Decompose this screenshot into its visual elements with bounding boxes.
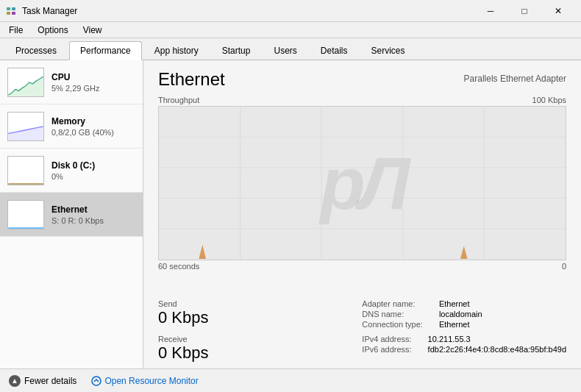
menu-bar: File Options View [0,22,581,38]
tab-performance[interactable]: Performance [69,41,142,60]
window-title: Task Manager [22,6,77,16]
window-controls: ─ □ ✕ [474,0,575,22]
svg-marker-5 [8,126,43,140]
time-label: 60 seconds [158,262,199,271]
receive-value: 0 Kbps [158,343,354,363]
detail-adapter: Parallels Ethernet Adapter [464,74,566,84]
cpu-thumbnail [7,68,44,97]
sidebar: CPU 5% 2,29 GHz Memory 0,8/2,0 GB (40%) [0,60,143,368]
tab-apphistory[interactable]: App history [143,40,210,60]
detail-panel: Ethernet Parallels Ethernet Adapter Thro… [143,60,581,368]
svg-rect-3 [12,12,15,15]
cpu-stat: 5% 2,29 GHz [51,84,135,93]
tab-processes[interactable]: Processes [4,40,68,60]
open-resource-monitor-label: Open Resource Monitor [104,376,198,386]
ipv4-value: 10.211.55.3 [428,335,566,343]
main-content: CPU 5% 2,29 GHz Memory 0,8/2,0 GB (40%) [0,60,581,368]
cpu-label: CPU [51,72,135,82]
sidebar-item-cpu[interactable]: CPU 5% 2,29 GHz [0,60,143,104]
receive-label: Receive [158,335,354,343]
ethernet-stat: S: 0 R: 0 Kbps [51,216,135,225]
graph-area: Throughput 100 Kbps рЛ [158,96,566,291]
graph-labels-top: Throughput 100 Kbps [158,96,566,104]
svg-rect-1 [12,7,15,10]
svg-marker-15 [199,245,206,260]
title-bar-left: Task Manager [6,5,77,17]
zero-label: 0 [562,262,566,271]
sidebar-item-disk[interactable]: Disk 0 (C:) 0% [0,149,143,193]
sidebar-item-ethernet[interactable]: Ethernet S: 0 R: 0 Kbps [0,193,143,237]
send-block: Send 0 Kbps [158,296,354,332]
memory-thumbnail [7,112,44,141]
svg-marker-16 [460,246,468,260]
ipv6-label: IPv6 address: [362,345,420,354]
ip-info-block: IPv4 address: 10.211.55.3 IPv6 address: … [354,332,566,366]
ipv4-label: IPv4 address: [362,335,420,343]
tab-startup[interactable]: Startup [211,40,262,60]
taskmanager-icon [6,5,18,17]
dns-name-value: localdomain [439,310,566,318]
memory-info: Memory 0,8/2,0 GB (40%) [51,116,135,137]
memory-label: Memory [51,116,135,126]
tab-details[interactable]: Details [310,40,359,60]
fewer-details-label: Fewer details [24,376,76,386]
send-label: Send [158,299,354,308]
title-bar: Task Manager ─ □ ✕ [0,0,581,22]
sidebar-item-memory[interactable]: Memory 0,8/2,0 GB (40%) [0,104,143,149]
ethernet-info: Ethernet S: 0 R: 0 Kbps [51,204,135,225]
tab-users[interactable]: Users [263,40,307,60]
detail-title-block: Ethernet [158,69,225,90]
svg-rect-6 [8,201,43,229]
ipv6-value: fdb2:2c26:f4e4:0:8cd8:e48a:95bf:b49d [428,345,566,354]
svg-rect-2 [7,12,10,15]
info-right-block: Adapter name: Ethernet DNS name: localdo… [354,296,566,332]
send-value: 0 Kbps [158,308,354,327]
tab-services[interactable]: Services [360,40,416,60]
open-resource-monitor-link[interactable]: Open Resource Monitor [91,376,198,386]
memory-stat: 0,8/2,0 GB (40%) [51,128,135,137]
disk-label: Disk 0 (C:) [51,160,135,171]
menu-view[interactable]: View [77,24,108,37]
info-grid: Adapter name: Ethernet DNS name: localdo… [362,299,566,329]
adapter-name-value: Ethernet [439,299,566,308]
close-button[interactable]: ✕ [541,0,575,22]
disk-info: Disk 0 (C:) 0% [51,160,135,181]
fewer-details-button[interactable]: ▲ Fewer details [9,375,76,387]
cpu-info: CPU 5% 2,29 GHz [51,72,135,93]
ethernet-label: Ethernet [51,204,135,215]
svg-rect-0 [7,7,10,10]
max-label: 100 Kbps [532,96,566,104]
graph-labels-bottom: 60 seconds 0 [158,262,566,271]
svg-point-17 [92,377,101,385]
stats-area: Send 0 Kbps Adapter name: Ethernet DNS n… [143,291,581,368]
detail-header: Ethernet Parallels Ethernet Adapter [143,60,581,96]
menu-options[interactable]: Options [32,24,74,37]
connection-type-label: Connection type: [362,320,432,329]
adapter-name-label: Adapter name: [362,299,432,308]
throughput-label: Throughput [158,96,199,104]
dns-name-label: DNS name: [362,310,432,318]
tab-bar: Processes Performance App history Startu… [0,38,581,60]
minimize-button[interactable]: ─ [474,0,507,22]
disk-thumbnail [7,156,44,185]
graph-container: рЛ [158,106,566,260]
ip-grid: IPv4 address: 10.211.55.3 IPv6 address: … [362,335,566,354]
resource-monitor-icon [91,376,101,386]
disk-stat: 0% [51,172,135,181]
ethernet-thumbnail [7,200,44,229]
receive-block: Receive 0 Kbps [158,332,354,366]
menu-file[interactable]: File [3,24,29,37]
detail-title: Ethernet [158,69,225,90]
maximize-button[interactable]: □ [507,0,541,22]
fewer-details-icon: ▲ [9,375,21,387]
bottom-bar: ▲ Fewer details Open Resource Monitor [0,368,581,392]
connection-type-value: Ethernet [439,320,566,329]
